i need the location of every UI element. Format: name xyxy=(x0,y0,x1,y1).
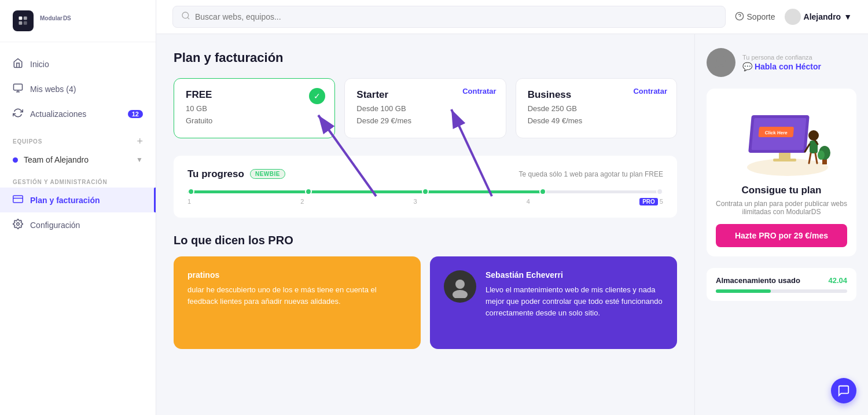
progress-dot-5 xyxy=(656,188,663,195)
svg-rect-3 xyxy=(24,21,27,25)
sidebar-item-inicio-label: Inicio xyxy=(30,60,49,69)
svg-point-10 xyxy=(182,12,189,19)
plan-free-detail1: 10 GB xyxy=(186,103,323,115)
testimonial-orange-text: dular he descubierto uno de los e más ti… xyxy=(187,284,407,307)
team-name: Team of Alejandro xyxy=(24,155,89,164)
plan-free-name: FREE xyxy=(186,89,323,101)
equipos-label: EQUIPOS xyxy=(13,138,42,145)
sidebar: ModularDS Inicio Mis webs (4) Actualizac… xyxy=(0,0,156,415)
progress-label-1: 1 xyxy=(187,198,191,205)
trust-info: Tu persona de confianza 💬 Habla con Héct… xyxy=(742,54,821,71)
svg-rect-27 xyxy=(779,153,790,159)
plan-card-free: FREE 10 GB Gratuito ✓ xyxy=(174,78,335,138)
chat-bubble-button[interactable] xyxy=(831,378,856,403)
content-main: Plan y facturación FREE 10 GB Gratuito ✓… xyxy=(156,34,694,415)
progress-dot-1 xyxy=(187,188,194,195)
right-sidebar: Tu persona de confianza 💬 Habla con Héct… xyxy=(694,34,868,415)
sidebar-item-actualizaciones[interactable]: Actualizaciones 12 xyxy=(0,101,156,126)
sidebar-item-inicio[interactable]: Inicio xyxy=(0,52,156,76)
promo-cta-button[interactable]: Hazte PRO por 29 €/mes xyxy=(716,224,847,247)
svg-rect-28 xyxy=(773,159,796,161)
chevron-down-icon: ▼ xyxy=(844,12,852,21)
updates-badge: 12 xyxy=(128,110,143,118)
plan-starter-detail2: Desde 29 €/mes xyxy=(356,115,494,127)
illustration-area: Click Here xyxy=(716,98,847,179)
trust-link-text: Habla con Héctor xyxy=(755,62,821,71)
svg-rect-0 xyxy=(19,17,23,20)
storage-label: Almacenamiento usado xyxy=(716,276,800,285)
progress-note: Te queda sólo 1 web para agotar tu plan … xyxy=(519,170,664,178)
logo-text: ModularDS xyxy=(39,15,71,27)
testimonial-sebastian-avatar xyxy=(444,270,476,303)
plan-free-check-icon: ✓ xyxy=(309,88,325,104)
sidebar-item-config-label: Configuración xyxy=(30,221,80,230)
svg-point-37 xyxy=(818,150,825,160)
plan-business-detail1: Desde 250 GB xyxy=(528,103,665,115)
gestion-section-header: GESTIÓN Y ADMINISTRACIÓN xyxy=(0,170,156,188)
topbar-right: Soporte Alejandro ▼ xyxy=(735,9,852,25)
trust-box: Tu persona de confianza 💬 Habla con Héct… xyxy=(707,48,856,77)
testimonial-card-orange: pratinos dular he descubierto uno de los… xyxy=(174,256,421,349)
search-icon xyxy=(181,11,190,23)
settings-icon xyxy=(13,219,23,231)
svg-line-11 xyxy=(187,17,189,19)
support-icon xyxy=(735,12,744,23)
testimonial-card-sebastian: Sebastián Echeverri Llevo el mantenimien… xyxy=(430,256,677,349)
search-input[interactable] xyxy=(195,12,717,21)
svg-rect-2 xyxy=(24,17,27,20)
progress-label-2: 2 xyxy=(300,198,304,205)
sidebar-item-actualizaciones-label: Actualizaciones xyxy=(30,109,86,119)
topbar: Soporte Alejandro ▼ xyxy=(156,0,868,34)
storage-track xyxy=(716,289,847,293)
storage-value: 42.04 xyxy=(828,276,847,285)
testimonial-sebastian-text: Llevo el mantenimiento web de mis client… xyxy=(486,284,663,319)
svg-point-21 xyxy=(713,66,729,74)
progress-labels: 1 2 3 4 PRO 5 xyxy=(187,198,663,205)
progress-dot-2 xyxy=(305,188,312,195)
progress-label-4: 4 xyxy=(527,198,530,205)
sidebar-item-mis-webs[interactable]: Mis webs (4) xyxy=(0,76,156,101)
testimonials-section: Lo que dicen los PRO pratinos dular he d… xyxy=(174,234,677,349)
storage-section: Almacenamiento usado 42.04 xyxy=(707,268,856,301)
sidebar-logo: ModularDS xyxy=(0,0,156,42)
testimonial-sebastian-name: Sebastián Echeverri xyxy=(486,270,663,280)
search-box[interactable] xyxy=(172,6,726,28)
svg-rect-7 xyxy=(13,196,23,203)
updates-icon xyxy=(13,108,23,120)
plan-business-contratar-button[interactable]: Contratar xyxy=(633,87,667,96)
sidebar-item-configuracion[interactable]: Configuración xyxy=(0,212,156,237)
svg-rect-4 xyxy=(14,84,23,90)
testimonials-grid: pratinos dular he descubierto uno de los… xyxy=(174,256,677,349)
progress-title: Tu progreso xyxy=(187,168,244,180)
home-icon xyxy=(13,58,23,70)
promo-illustration-svg: Click Here xyxy=(724,101,840,176)
storage-header: Almacenamiento usado 42.04 xyxy=(716,276,847,285)
progress-dots xyxy=(187,188,663,195)
equipos-section-header: EQUIPOS + xyxy=(0,126,156,150)
progress-section: Tu progreso NEWBIE Te queda sólo 1 web p… xyxy=(174,156,677,218)
page-title: Plan y facturación xyxy=(174,50,677,65)
logo-icon xyxy=(13,10,34,31)
team-dot-icon xyxy=(13,157,18,163)
plan-free-detail2: Gratuito xyxy=(186,115,323,127)
progress-dot-4 xyxy=(539,188,546,195)
storage-fill xyxy=(716,289,771,293)
add-team-button[interactable]: + xyxy=(137,135,143,148)
plan-card-starter: Starter Desde 100 GB Desde 29 €/mes Cont… xyxy=(344,78,506,138)
plan-card-business: Business Desde 250 GB Desde 49 €/mes Con… xyxy=(516,78,677,138)
support-button[interactable]: Soporte xyxy=(735,12,775,23)
testimonial-orange-name: pratinos xyxy=(187,270,407,280)
gestion-label: GESTIÓN Y ADMINISTRACIÓN xyxy=(13,179,107,185)
testimonial-sebastian-content: Sebastián Echeverri Llevo el mantenimien… xyxy=(486,270,663,319)
plan-starter-contratar-button[interactable]: Contratar xyxy=(462,87,496,96)
plan-starter-detail1: Desde 100 GB xyxy=(356,103,494,115)
progress-header: Tu progreso NEWBIE Te queda sólo 1 web p… xyxy=(187,168,663,180)
main-area: Soporte Alejandro ▼ Plan y facturación F… xyxy=(156,0,868,415)
support-label: Soporte xyxy=(747,12,775,21)
trust-link-button[interactable]: 💬 Habla con Héctor xyxy=(742,62,821,71)
user-menu-button[interactable]: Alejandro ▼ xyxy=(785,9,852,25)
sidebar-item-plan-facturacion[interactable]: Plan y facturación xyxy=(0,188,156,212)
team-item-alejandro[interactable]: Team of Alejandro ▼ xyxy=(0,150,156,170)
progress-label-5: PRO 5 xyxy=(639,198,663,205)
progress-label-3: 3 xyxy=(414,198,417,205)
